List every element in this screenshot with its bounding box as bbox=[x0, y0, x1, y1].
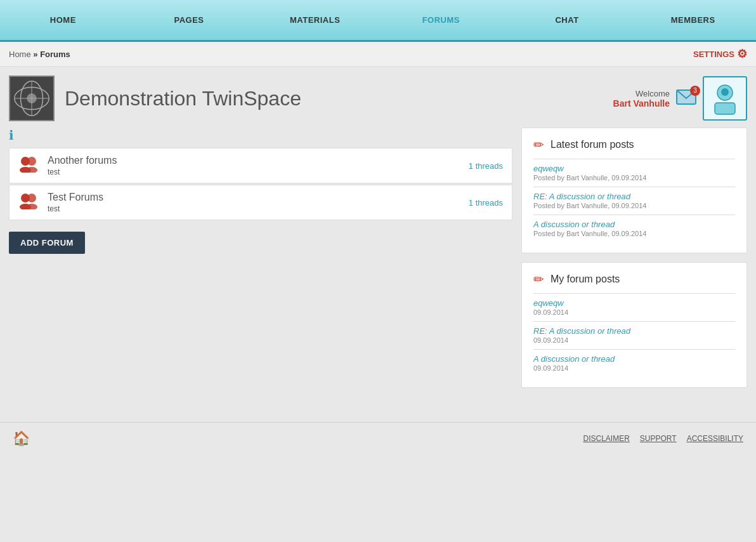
svg-point-15 bbox=[27, 194, 36, 202]
user-panel: Welcome Bart Vanhulle 3 bbox=[613, 76, 747, 121]
page-title: Demonstration TwinSpace bbox=[65, 87, 603, 110]
latest-post-meta-2: Posted by Bart Vanhulle, 09.09.2014 bbox=[533, 230, 735, 237]
pencil-icon-latest: ✏ bbox=[533, 137, 544, 152]
latest-post-0: eqweqw Posted by Bart Vanhulle, 09.09.20… bbox=[533, 163, 735, 182]
forum-group-icon bbox=[18, 155, 39, 176]
latest-post-meta-0: Posted by Bart Vanhulle, 09.09.2014 bbox=[533, 174, 735, 182]
my-post-date-2: 09.09.2014 bbox=[533, 364, 735, 372]
nav-bar: HOME PAGES MATERIALS FORUMS CHAT MEMBERS bbox=[0, 0, 756, 42]
svg-point-8 bbox=[721, 88, 729, 96]
my-post-title-1[interactable]: RE: A discussion or thread bbox=[533, 326, 630, 336]
settings-link[interactable]: SETTINGS ⚙ bbox=[693, 47, 747, 61]
my-post-date-0: 09.09.2014 bbox=[533, 308, 735, 316]
divider bbox=[533, 321, 735, 322]
forum-details-1: Test Forums test bbox=[48, 192, 460, 213]
my-post-2: A discussion or thread 09.09.2014 bbox=[533, 354, 735, 372]
divider bbox=[533, 349, 735, 350]
forum-item-1: Test Forums test 1 threads bbox=[9, 185, 512, 220]
gear-icon: ⚙ bbox=[737, 47, 747, 61]
nav-forums[interactable]: FORUMS bbox=[378, 15, 504, 25]
logo-image bbox=[9, 76, 55, 121]
my-post-1: RE: A discussion or thread 09.09.2014 bbox=[533, 326, 735, 344]
my-post-0: eqweqw 09.09.2014 bbox=[533, 298, 735, 316]
page-header: Demonstration TwinSpace Welcome Bart Van… bbox=[0, 67, 756, 121]
latest-post-2: A discussion or thread Posted by Bart Va… bbox=[533, 219, 735, 237]
card-header-latest: ✏ Latest forum posts bbox=[533, 137, 735, 152]
my-post-title-0[interactable]: eqweqw bbox=[533, 298, 564, 308]
divider bbox=[533, 159, 735, 159]
divider bbox=[533, 187, 735, 187]
latest-posts-title: Latest forum posts bbox=[551, 139, 634, 150]
nav-chat[interactable]: CHAT bbox=[504, 15, 630, 25]
home-icon[interactable]: 🏠 bbox=[13, 430, 30, 447]
message-badge: 3 bbox=[690, 86, 700, 96]
latest-post-title-2[interactable]: A discussion or thread bbox=[533, 220, 615, 229]
nav-members[interactable]: MEMBERS bbox=[630, 15, 756, 25]
breadcrumb-bar: Home » Forums SETTINGS ⚙ bbox=[0, 42, 756, 67]
my-posts-title: My forum posts bbox=[551, 274, 620, 285]
add-forum-button[interactable]: ADD FORUM bbox=[9, 232, 85, 254]
forum-name-1[interactable]: Test Forums bbox=[48, 192, 460, 203]
footer-links: DISCLAIMER SUPPORT ACCESSIBILITY bbox=[583, 434, 743, 443]
my-forum-posts-card: ✏ My forum posts eqweqw 09.09.2014 RE: A… bbox=[521, 262, 747, 388]
forum-group-icon-1 bbox=[18, 192, 39, 213]
divider bbox=[533, 293, 735, 294]
latest-forum-posts-card: ✏ Latest forum posts eqweqw Posted by Ba… bbox=[521, 128, 747, 253]
breadcrumb-current: Forums bbox=[40, 50, 70, 59]
info-icon: ℹ bbox=[9, 128, 14, 142]
latest-post-meta-1: Posted by Bart Vanhulle, 09.09.2014 bbox=[533, 202, 735, 209]
forum-threads-1: 1 threads bbox=[469, 198, 503, 208]
footer-accessibility[interactable]: ACCESSIBILITY bbox=[687, 434, 743, 443]
forum-desc-0: test bbox=[48, 168, 460, 176]
welcome-text: Welcome bbox=[613, 89, 670, 98]
footer: 🏠 DISCLAIMER SUPPORT ACCESSIBILITY bbox=[0, 422, 756, 454]
pencil-icon-my: ✏ bbox=[533, 272, 544, 287]
info-icon-row: ℹ bbox=[9, 128, 512, 143]
forum-name-0[interactable]: Another forums bbox=[48, 155, 460, 166]
my-post-title-2[interactable]: A discussion or thread bbox=[533, 354, 615, 364]
left-column: ℹ Another forums test 1 threads bbox=[0, 121, 521, 409]
forum-details-0: Another forums test bbox=[48, 155, 460, 176]
card-header-my: ✏ My forum posts bbox=[533, 272, 735, 287]
nav-home[interactable]: HOME bbox=[0, 15, 126, 25]
nav-pages[interactable]: PAGES bbox=[126, 15, 252, 25]
right-column: ✏ Latest forum posts eqweqw Posted by Ba… bbox=[521, 121, 756, 409]
my-post-date-1: 09.09.2014 bbox=[533, 336, 735, 344]
svg-point-11 bbox=[27, 157, 36, 166]
message-icon-wrap[interactable]: 3 bbox=[676, 89, 696, 108]
breadcrumb: Home » Forums bbox=[9, 50, 70, 59]
nav-materials[interactable]: MATERIALS bbox=[252, 15, 378, 25]
avatar bbox=[703, 76, 747, 121]
user-info: Welcome Bart Vanhulle bbox=[613, 89, 670, 109]
forum-item-0: Another forums test 1 threads bbox=[9, 148, 512, 183]
footer-support[interactable]: SUPPORT bbox=[640, 434, 677, 443]
latest-post-title-1[interactable]: RE: A discussion or thread bbox=[533, 192, 630, 201]
main-content: ℹ Another forums test 1 threads bbox=[0, 121, 756, 409]
breadcrumb-separator: » bbox=[33, 50, 37, 59]
latest-post-1: RE: A discussion or thread Posted by Bar… bbox=[533, 191, 735, 209]
breadcrumb-home-link[interactable]: Home bbox=[9, 50, 31, 59]
latest-post-title-0[interactable]: eqweqw bbox=[533, 164, 564, 173]
divider bbox=[533, 215, 735, 215]
settings-label: SETTINGS bbox=[693, 50, 734, 59]
footer-disclaimer[interactable]: DISCLAIMER bbox=[583, 434, 629, 443]
user-name: Bart Vanhulle bbox=[613, 98, 670, 109]
svg-rect-9 bbox=[715, 103, 735, 114]
forum-threads-0: 1 threads bbox=[469, 161, 503, 171]
forum-desc-1: test bbox=[48, 204, 460, 213]
